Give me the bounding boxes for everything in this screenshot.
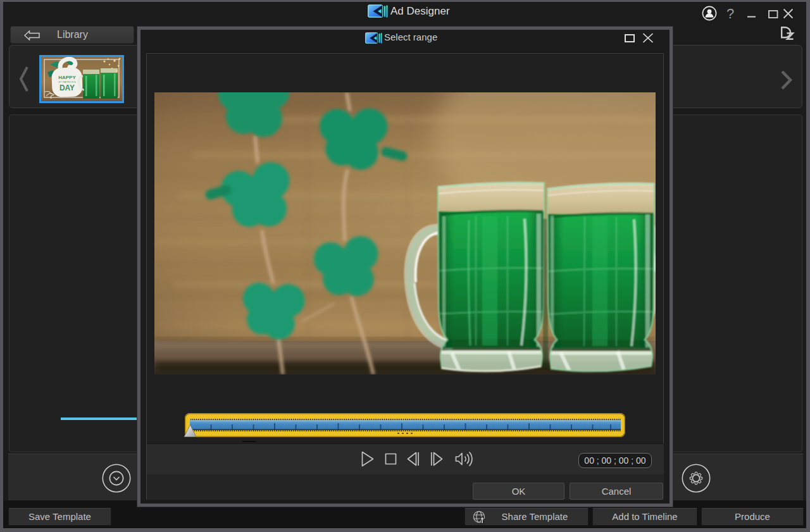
- svg-text:DAY: DAY: [59, 84, 75, 92]
- svg-text:HAPPY: HAPPY: [58, 75, 76, 80]
- svg-text:?: ?: [726, 6, 734, 22]
